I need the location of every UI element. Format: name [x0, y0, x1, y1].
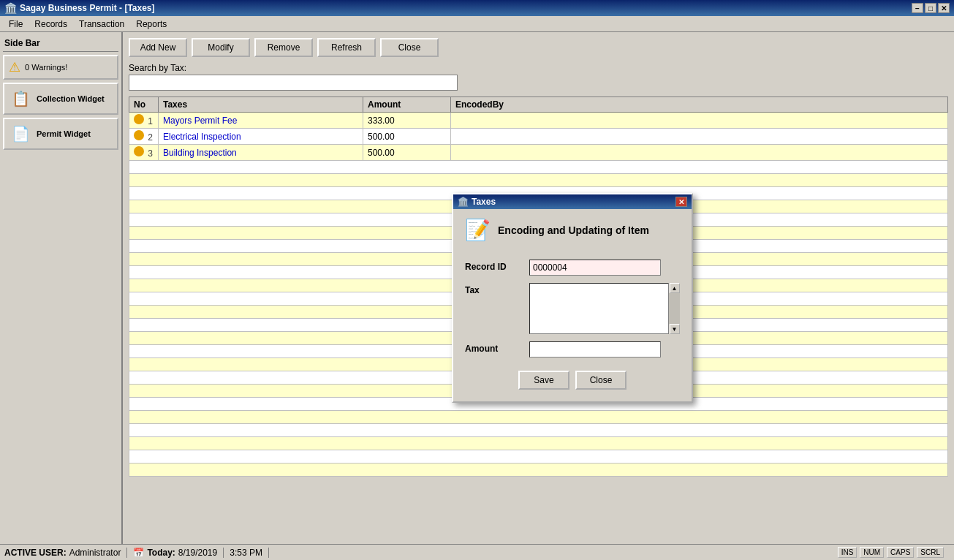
scrollbar-down-arrow[interactable]: ▼: [670, 324, 680, 334]
record-id-field[interactable]: [529, 260, 661, 276]
dialog-close-button[interactable]: Close: [575, 371, 626, 390]
dialog-titlebar: 🏛️ Taxes ✕: [453, 194, 692, 209]
empty-row: [129, 174, 948, 187]
search-label: Search by Tax:: [129, 63, 948, 73]
tax-name[interactable]: Electrical Inspection: [163, 132, 241, 142]
cell-amount: 333.00: [363, 113, 451, 129]
sidebar-title: Side Bar: [3, 35, 118, 52]
dialog-title-text: Taxes: [472, 197, 496, 207]
tax-scrollbar: ▲ ▼: [668, 283, 680, 334]
record-id-row: Record ID: [465, 260, 680, 276]
empty-row: [129, 161, 948, 174]
search-bar: Search by Tax:: [129, 63, 948, 91]
collection-icon: 📋: [9, 87, 32, 110]
sidebar-item-permit[interactable]: 📄 Permit Widget: [3, 118, 118, 150]
close-button[interactable]: Close: [380, 38, 439, 57]
active-user-section: ACTIVE USER: Administrator: [4, 548, 127, 558]
today-label: Today:: [147, 548, 175, 558]
num-key: NUM: [860, 547, 884, 558]
title-bar-controls: − □ ✕: [912, 3, 950, 13]
row-number: 2: [148, 132, 153, 143]
row-indicator: [134, 130, 144, 140]
empty-row: [129, 463, 948, 477]
permit-label: Permit Widget: [37, 129, 91, 138]
collection-label: Collection Widget: [37, 94, 105, 103]
empty-row: [129, 424, 948, 437]
time-section: 3:53 PM: [230, 548, 269, 558]
amount-field[interactable]: [529, 341, 661, 357]
close-button[interactable]: ✕: [938, 3, 950, 13]
table-row[interactable]: 2 Electrical Inspection 500.00: [129, 129, 948, 145]
col-encodedby: EncodedBy: [451, 97, 948, 113]
content-area: Add New Modify Remove Refresh Close Sear…: [123, 32, 954, 544]
remove-button[interactable]: Remove: [254, 38, 313, 57]
menu-transaction[interactable]: Transaction: [73, 18, 130, 31]
cell-amount: 500.00: [363, 129, 451, 145]
menu-records[interactable]: Records: [29, 18, 73, 31]
scrollbar-up-arrow[interactable]: ▲: [670, 283, 680, 293]
empty-row: [129, 450, 948, 463]
scrl-key: SCRL: [917, 547, 944, 558]
ins-key: INS: [838, 547, 858, 558]
main-layout: Side Bar ⚠ 0 Warnings! 📋 Collection Widg…: [0, 32, 954, 544]
cell-tax: Building Inspection: [159, 145, 363, 161]
row-number: 1: [148, 116, 153, 126]
tax-row: Tax ▲ ▼: [465, 283, 680, 334]
maximize-button[interactable]: □: [925, 3, 936, 13]
tax-field[interactable]: [529, 283, 675, 334]
row-indicator: [134, 146, 144, 156]
dialog-close-x-button[interactable]: ✕: [675, 197, 687, 207]
time-value: 3:53 PM: [230, 548, 262, 558]
cell-no: 1: [129, 113, 159, 129]
warning-icon: ⚠: [9, 59, 20, 75]
empty-row: [129, 437, 948, 450]
minimize-button[interactable]: −: [912, 3, 923, 13]
modify-button[interactable]: Modify: [192, 38, 250, 57]
active-user-label: ACTIVE USER:: [4, 548, 67, 558]
tax-label: Tax: [465, 283, 523, 295]
save-button[interactable]: Save: [518, 371, 569, 390]
calendar-icon: 📅: [133, 548, 144, 558]
sidebar: Side Bar ⚠ 0 Warnings! 📋 Collection Widg…: [0, 32, 123, 544]
menu-file[interactable]: File: [3, 18, 29, 31]
empty-row: [129, 411, 948, 424]
status-bar: ACTIVE USER: Administrator 📅 Today: 8/19…: [0, 544, 954, 560]
row-indicator: [134, 114, 144, 124]
cell-amount: 500.00: [363, 145, 451, 161]
tax-name[interactable]: Building Inspection: [163, 148, 237, 158]
title-bar: 🏛️ Sagay Business Permit - [Taxes] − □ ✕: [0, 0, 954, 16]
title-bar-text: Sagay Business Permit - [Taxes]: [20, 3, 155, 13]
amount-row: Amount: [465, 341, 680, 357]
col-taxes: Taxes: [159, 97, 363, 113]
sidebar-item-warnings[interactable]: ⚠ 0 Warnings!: [3, 55, 118, 80]
sidebar-item-collection[interactable]: 📋 Collection Widget: [3, 83, 118, 115]
app-icon: 🏛️: [4, 2, 17, 14]
today-value: 8/19/2019: [178, 548, 217, 558]
table-row[interactable]: 1 Mayors Permit Fee 333.00: [129, 113, 948, 129]
dialog-header-title: Encoding and Updating of Item: [498, 224, 649, 236]
cell-encodedby: [451, 113, 948, 129]
col-amount: Amount: [363, 97, 451, 113]
taxes-dialog: 🏛️ Taxes ✕ 📝 Encoding and Updating of It…: [452, 193, 693, 403]
row-number: 3: [148, 148, 153, 159]
cell-tax: Mayors Permit Fee: [159, 113, 363, 129]
tax-name[interactable]: Mayors Permit Fee: [163, 116, 237, 126]
today-section: 📅 Today: 8/19/2019: [133, 548, 224, 558]
scrollbar-track: [669, 293, 680, 324]
col-no: No: [129, 97, 159, 113]
caps-key: CAPS: [887, 547, 914, 558]
cell-no: 3: [129, 145, 159, 161]
menu-bar: File Records Transaction Reports: [0, 16, 954, 32]
amount-label: Amount: [465, 341, 523, 354]
search-input[interactable]: [129, 75, 458, 91]
cell-tax: Electrical Inspection: [159, 129, 363, 145]
add-new-button[interactable]: Add New: [129, 38, 187, 57]
permit-icon: 📄: [9, 122, 32, 145]
key-indicators: INS NUM CAPS SCRL: [838, 547, 950, 558]
menu-reports[interactable]: Reports: [130, 18, 173, 31]
refresh-button[interactable]: Refresh: [317, 38, 376, 57]
table-row[interactable]: 3 Building Inspection 500.00: [129, 145, 948, 161]
record-id-label: Record ID: [465, 260, 523, 272]
cell-no: 2: [129, 129, 159, 145]
dialog-header-icon: 📝: [465, 218, 491, 242]
